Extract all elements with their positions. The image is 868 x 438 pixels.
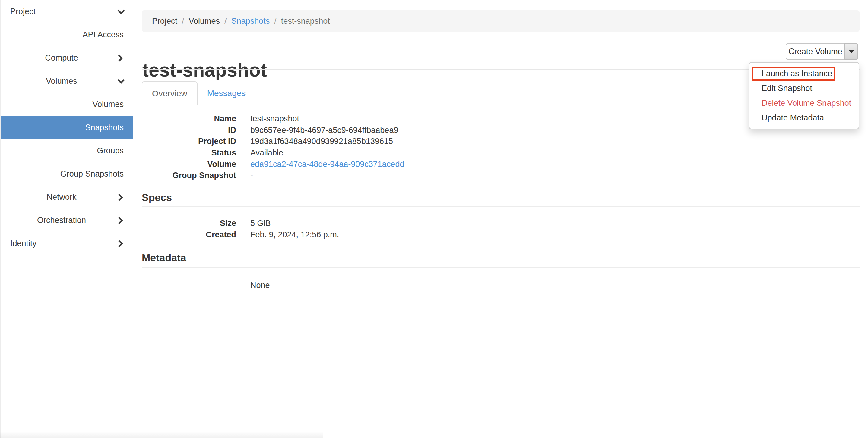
breadcrumb-separator: / <box>220 16 231 26</box>
sidebar-item[interactable]: Group Snapshots <box>1 162 133 186</box>
breadcrumb-item: test-snapshot <box>281 16 330 26</box>
sidebar-item[interactable]: Snapshots <box>1 116 133 139</box>
specs-divider <box>142 206 860 207</box>
detail-row: Volume eda91ca2-47ca-48de-94aa-909c371ac… <box>142 159 654 170</box>
detail-row: Project ID 19d3a1f6348a490d939921a85b139… <box>142 136 654 147</box>
detail-label: Created <box>142 230 236 239</box>
tabs: Overview Messages <box>142 81 255 105</box>
sidebar-item[interactable]: Groups <box>1 139 133 162</box>
breadcrumb-separator: / <box>177 16 189 26</box>
detail-value: Feb. 9, 2024, 12:56 p.m. <box>250 230 339 239</box>
breadcrumb-item[interactable]: Snapshots <box>231 16 270 26</box>
sidebar-item-label: Network <box>46 193 76 202</box>
metadata-divider <box>142 268 860 268</box>
detail-value: test-snapshot <box>250 114 299 124</box>
metadata-heading: Metadata <box>142 250 186 265</box>
chevron-icon <box>116 216 123 224</box>
chevron-icon <box>116 240 123 247</box>
specs-detail-list: Size 5 GiB Created Feb. 9, 2024, 12:56 p… <box>142 218 654 240</box>
sidebar-item[interactable]: Volumes <box>1 93 133 116</box>
create-volume-button[interactable]: Create Volume <box>786 43 845 60</box>
dropdown-menu-item[interactable]: Update Metadata <box>749 110 859 125</box>
detail-row: Group Snapshot - <box>142 170 654 181</box>
actions-button-group: Create Volume <box>786 43 858 60</box>
sidebar-item-label: Groups <box>97 146 124 156</box>
sidebar-item-label: Identity <box>10 239 36 248</box>
sidebar-item[interactable]: Network <box>1 186 133 209</box>
detail-label: Group Snapshot <box>142 171 236 180</box>
detail-label: Volume <box>142 160 236 169</box>
breadcrumb-item: Project <box>152 16 177 26</box>
detail-label: ID <box>142 126 236 135</box>
breadcrumb-separator: / <box>270 16 281 26</box>
detail-label: Status <box>142 148 236 158</box>
sidebar-item[interactable]: Compute <box>1 46 133 70</box>
detail-value: b9c657ee-9f4b-4697-a5c9-694ffbaabea9 <box>250 126 398 135</box>
detail-row: Name test-snapshot <box>142 113 654 125</box>
detail-label: Name <box>142 114 236 124</box>
sidebar-nav: Project API Access Compute Volumes Volum… <box>0 0 133 438</box>
breadcrumb: Project / Volumes / Snapshots / test-sna… <box>142 10 860 32</box>
chevron-icon <box>117 76 125 84</box>
detail-value: - <box>250 171 253 180</box>
detail-value[interactable]: eda91ca2-47ca-48de-94aa-909c371acedd <box>250 160 404 169</box>
breadcrumb-item: Volumes <box>189 16 220 26</box>
detail-value: 19d3a1f6348a490d939921a85b139615 <box>250 137 393 146</box>
actions-dropdown-toggle[interactable] <box>844 43 858 60</box>
detail-row: Created Feb. 9, 2024, 12:56 p.m. <box>142 229 654 241</box>
detail-row: ID b9c657ee-9f4b-4697-a5c9-694ffbaabea9 <box>142 125 654 136</box>
sidebar-item-label: Volumes <box>46 76 77 86</box>
horizontal-scrollbar[interactable] <box>0 431 323 438</box>
detail-value: Available <box>250 148 283 158</box>
sidebar-item-label: Volumes <box>92 100 124 109</box>
dropdown-menu-item[interactable]: Launch as Instance <box>749 66 859 81</box>
tab[interactable]: Overview <box>142 81 197 105</box>
metadata-none-value: None <box>250 279 270 291</box>
detail-label: Project ID <box>142 137 236 146</box>
sidebar-item-label: Snapshots <box>85 123 124 132</box>
sidebar-item-label: Project <box>10 7 36 16</box>
caret-down-icon <box>849 50 854 53</box>
specs-heading: Specs <box>142 190 172 205</box>
dropdown-menu-item[interactable]: Delete Volume Snapshot <box>749 96 859 110</box>
tab[interactable]: Messages <box>197 81 255 105</box>
page-title: test-snapshot <box>142 58 267 82</box>
sidebar-item-label: Orchestration <box>37 216 86 225</box>
dropdown-menu-item[interactable]: Edit Snapshot <box>749 81 859 96</box>
detail-row: Size 5 GiB <box>142 218 654 229</box>
sidebar-item[interactable]: Volumes <box>1 70 133 93</box>
chevron-icon <box>117 7 125 14</box>
sidebar-item[interactable]: Project <box>1 0 133 23</box>
sidebar-item-label: Compute <box>45 53 78 63</box>
sidebar-item-label: Group Snapshots <box>60 169 124 179</box>
detail-label: Size <box>142 219 236 228</box>
sidebar-item[interactable]: API Access <box>1 23 133 46</box>
horizon-app: Project API Access Compute Volumes Volum… <box>0 0 868 438</box>
chevron-icon <box>116 193 123 201</box>
overview-detail-list: Name test-snapshot ID b9c657ee-9f4b-4697… <box>142 113 654 181</box>
sidebar-item[interactable]: Identity <box>1 232 133 255</box>
sidebar-item[interactable]: Orchestration <box>1 209 133 232</box>
chevron-icon <box>116 54 123 62</box>
sidebar-item-label: API Access <box>82 30 124 39</box>
detail-row: Status Available <box>142 147 654 159</box>
actions-dropdown-menu: Launch as Instance Edit Snapshot Delete … <box>749 62 859 129</box>
detail-value: 5 GiB <box>250 219 271 228</box>
